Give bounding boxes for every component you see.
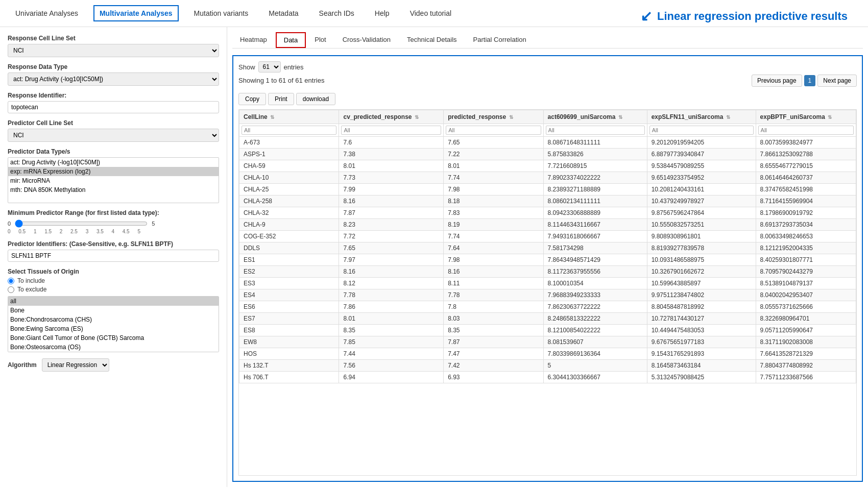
tissue-option-bone[interactable]: Bone xyxy=(8,306,219,315)
predictor-option-exp[interactable]: exp: mRNA Expression (log2) xyxy=(8,167,219,176)
filter-predicted[interactable] xyxy=(446,126,541,135)
tissue-radio-group: To include To exclude xyxy=(8,277,219,293)
filter-cv-predicted[interactable] xyxy=(341,126,441,135)
tab-heatmap[interactable]: Heatmap xyxy=(232,32,275,48)
tissue-option-bone-gctb[interactable]: Bone:Giant Cell Tumor of Bone (GCTB) Sar… xyxy=(8,333,219,343)
tab-plot[interactable]: Plot xyxy=(307,32,333,48)
table-row: Hs 132.T7.567.4258.16458734631847.880437… xyxy=(239,360,856,372)
cell-expbptf_unisarcoma: 8.70957902443279 xyxy=(756,266,856,278)
cell-expslfn11_unisarcoma: 9.8089308961801 xyxy=(647,231,756,242)
predictor-data-types-list[interactable]: act: Drug Activity (-log10[IC50M]) exp: … xyxy=(8,157,219,203)
cell-expslfn11_unisarcoma: 9.15431765291893 xyxy=(647,348,756,360)
response-cell-line-group: Response Cell Line Set NCI xyxy=(8,35,219,57)
algorithm-label: Algorithm xyxy=(8,361,37,369)
cell-act609699_unisarcoma: 8.08671648311111 xyxy=(543,137,647,149)
response-cell-line-select[interactable]: NCI xyxy=(8,44,219,57)
tissue-include-input[interactable] xyxy=(8,278,14,284)
prev-page-button[interactable]: Previous page xyxy=(752,75,802,87)
cell-expslfn11_unisarcoma: 8.80458487818992 xyxy=(647,301,756,313)
tissue-option-bone-sarcoma[interactable]: Bone:Sarcoma xyxy=(8,352,219,352)
cell-cv_predicted_response: 7.97 xyxy=(339,254,444,266)
col-header-expslfn11[interactable]: expSLFN11_uniSarcoma ⇅ xyxy=(647,110,756,124)
cell-act609699_unisarcoma: 7.80339869136364 xyxy=(543,348,647,360)
cell-cv_predicted_response: 7.73 xyxy=(339,172,444,184)
predictor-option-mth[interactable]: mth: DNA 850K Methylation xyxy=(8,185,219,194)
tab-technical[interactable]: Technical Details xyxy=(399,32,465,48)
cell-predicted_response: 7.78 xyxy=(444,289,543,301)
filter-expslfn11[interactable] xyxy=(649,126,754,135)
nav-search-ids[interactable]: Search IDs xyxy=(314,6,359,20)
cell-cellline: CHLA-10 xyxy=(239,172,339,184)
cell-expslfn11_unisarcoma: 10.599643885897 xyxy=(647,278,756,289)
cell-expslfn11_unisarcoma: 10.4379249978927 xyxy=(647,196,756,207)
filter-cellline[interactable] xyxy=(242,126,336,135)
cell-expbptf_unisarcoma: 8.12121952004335 xyxy=(756,242,856,254)
cell-act609699_unisarcoma: 5 xyxy=(543,360,647,372)
predictor-data-types-label: Predictor Data Type/s xyxy=(8,148,219,155)
tab-cross-validation[interactable]: Cross-Validation xyxy=(335,32,398,48)
col-header-cellline[interactable]: CellLine ⇅ xyxy=(239,110,339,124)
current-page: 1 xyxy=(804,75,816,86)
predictor-range-slider[interactable] xyxy=(15,219,148,228)
nav-metadata[interactable]: Metadata xyxy=(263,6,303,20)
nav-multivariate[interactable]: Multivariate Analyses xyxy=(93,5,179,21)
tissue-select-list[interactable]: all Bone Bone:Chondrosarcoma (CHS) Bone:… xyxy=(8,296,219,352)
cell-act609699_unisarcoma: 7.89023374022222 xyxy=(543,172,647,184)
filter-act609699[interactable] xyxy=(546,126,645,135)
table-row: CHLA-2588.168.188.0860213411111110.43792… xyxy=(239,196,856,207)
tab-data[interactable]: Data xyxy=(276,32,306,48)
cell-expslfn11_unisarcoma: 10.3267901662672 xyxy=(647,266,756,278)
algorithm-select[interactable]: Linear Regression xyxy=(42,358,109,372)
tissue-option-bone-os[interactable]: Bone:Osteosarcoma (OS) xyxy=(8,343,219,352)
right-panel: Heatmap Data Plot Cross-Validation Techn… xyxy=(227,27,868,487)
cell-predicted_response: 8.19 xyxy=(444,219,543,231)
tissue-option-bone-es[interactable]: Bone:Ewing Sarcoma (ES) xyxy=(8,324,219,333)
cell-expbptf_unisarcoma: 8.04002042953407 xyxy=(756,289,856,301)
cell-expbptf_unisarcoma: 8.3226980964701 xyxy=(756,313,856,325)
slider-labels: 0 0.5 1 1.5 2 2.5 3 3.5 4 4.5 5 xyxy=(8,229,140,234)
cell-cv_predicted_response: 8.35 xyxy=(339,325,444,336)
tissue-option-all[interactable]: all xyxy=(8,297,219,306)
response-identifier-input[interactable] xyxy=(8,101,219,113)
entries-select[interactable]: 61 xyxy=(258,61,281,72)
nav-help[interactable]: Help xyxy=(370,6,395,20)
response-data-type-select[interactable]: act: Drug Activity (-log10[IC50M]) xyxy=(8,72,219,86)
cell-predicted_response: 7.74 xyxy=(444,231,543,242)
cell-predicted_response: 7.8 xyxy=(444,301,543,313)
nav-univariate[interactable]: Univariate Analyses xyxy=(10,6,83,20)
table-body: A-6737.67.658.086716483111119.2012091959… xyxy=(239,137,856,383)
copy-button[interactable]: Copy xyxy=(238,93,266,105)
table-row: Hs 706.T6.946.936.304413033666675.313245… xyxy=(239,372,856,383)
table-row: CHLA-327.877.838.094233068888899.8756759… xyxy=(239,207,856,219)
slider-min-val: 0 xyxy=(8,221,11,227)
cell-expbptf_unisarcoma: 8.69137293735034 xyxy=(756,219,856,231)
nav-video[interactable]: Video tutorial xyxy=(405,6,456,20)
col-header-predicted[interactable]: predicted_response ⇅ xyxy=(444,110,543,124)
next-page-button[interactable]: Next page xyxy=(817,75,857,87)
cell-cv_predicted_response: 7.44 xyxy=(339,348,444,360)
predictor-identifiers-input[interactable] xyxy=(8,250,219,262)
col-header-cv-predicted[interactable]: cv_predicted_response ⇅ xyxy=(339,110,444,124)
tab-partial-correlation[interactable]: Partial Correlation xyxy=(466,32,534,48)
col-header-expbptf[interactable]: expBPTF_uniSarcoma ⇅ xyxy=(756,110,856,124)
right-content-border: Show 61 entries Showing 1 to 61 of 61 en… xyxy=(232,55,863,482)
col-header-act609699[interactable]: act609699_uniSarcoma ⇅ xyxy=(543,110,647,124)
filter-expbptf[interactable] xyxy=(758,126,854,135)
predictor-option-act[interactable]: act: Drug Activity (-log10[IC50M]) xyxy=(8,158,219,167)
cell-act609699_unisarcoma: 7.94931618066667 xyxy=(543,231,647,242)
sub-tabs: Heatmap Data Plot Cross-Validation Techn… xyxy=(232,32,863,48)
tissue-exclude-radio[interactable]: To exclude xyxy=(8,286,219,293)
tissue-include-radio[interactable]: To include xyxy=(8,277,219,284)
cell-act609699_unisarcoma: 8.11723637955556 xyxy=(543,266,647,278)
predictor-cell-line-select[interactable]: NCI xyxy=(8,129,219,142)
tissue-exclude-input[interactable] xyxy=(8,286,14,293)
cell-predicted_response: 7.42 xyxy=(444,360,543,372)
tissue-option-bone-chs[interactable]: Bone:Chondrosarcoma (CHS) xyxy=(8,315,219,324)
download-button[interactable]: download xyxy=(296,93,335,105)
cell-expbptf_unisarcoma: 8.31711902083008 xyxy=(756,336,856,348)
nav-mutation[interactable]: Mutation variants xyxy=(189,6,254,20)
print-button[interactable]: Print xyxy=(268,93,294,105)
predictor-option-mir[interactable]: mir: MicroRNA xyxy=(8,176,219,185)
cell-cv_predicted_response: 7.85 xyxy=(339,336,444,348)
cell-cellline: Hs 706.T xyxy=(239,372,339,383)
